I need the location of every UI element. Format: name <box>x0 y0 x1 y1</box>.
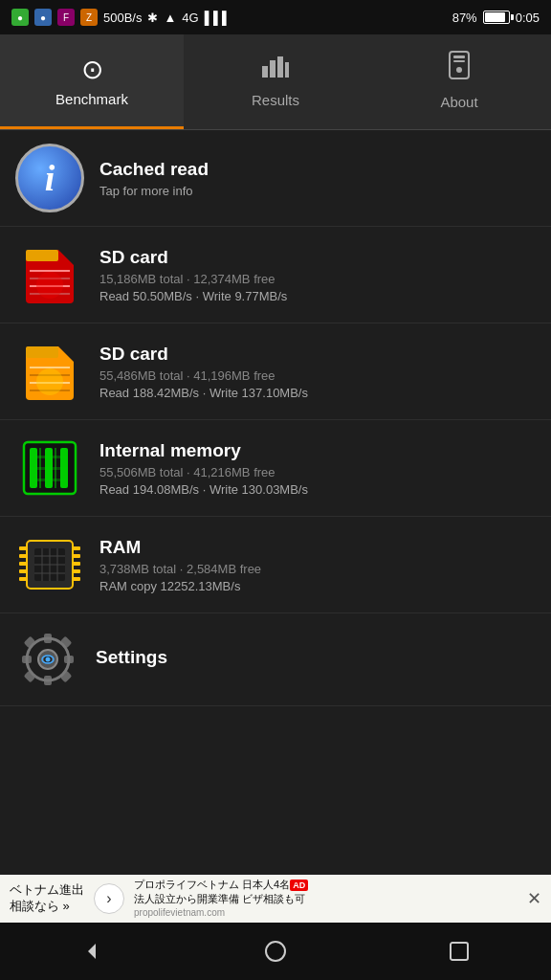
network-speed: 500B/s <box>103 11 142 25</box>
svg-rect-47 <box>73 554 80 558</box>
svg-rect-0 <box>262 66 268 78</box>
svg-rect-10 <box>26 250 58 261</box>
internal-memory-detail: Read 194.08MB/s · Write 130.03MB/s <box>99 482 536 497</box>
svg-point-54 <box>46 657 51 662</box>
sdcard1-item[interactable]: SD card 15,186MB total · 12,374MB free R… <box>0 227 551 323</box>
svg-rect-5 <box>453 56 465 58</box>
ad-domain: propolifevietnam.com <box>134 907 225 918</box>
info-icon: i <box>15 144 84 212</box>
benchmark-icon: ⊙ <box>81 54 103 85</box>
app-icon-3: F <box>57 9 75 26</box>
tab-results-label: Results <box>252 92 299 108</box>
svg-rect-1 <box>270 60 276 78</box>
ad-text-right: プロポライフベトナム 日本人4名AD 法人設立から開業準備 ビザ相談も可 pro… <box>134 878 514 919</box>
wifi-icon: ▲ <box>164 11 176 25</box>
bluetooth-icon: ✱ <box>147 11 158 25</box>
content-area: i Cached read Tap for more info <box>0 130 551 875</box>
cached-read-item[interactable]: i Cached read Tap for more info <box>0 130 551 227</box>
svg-rect-49 <box>73 569 80 573</box>
sdcard1-subtitle: 15,186MB total · 12,374MB free <box>99 272 536 286</box>
battery-icon <box>483 11 510 24</box>
ad-text-left: ベトナム進出相談なら » <box>10 882 84 915</box>
internal-memory-icon <box>15 434 84 502</box>
sdcard2-text: SD card 55,486MB total · 41,196MB free R… <box>99 344 536 400</box>
status-icons: ● ● F Z 500B/s ✱ ▲ 4G ▌▌▌ <box>11 9 231 26</box>
settings-icon <box>15 627 80 692</box>
status-bar: ● ● F Z 500B/s ✱ ▲ 4G ▌▌▌ 87% 0:05 <box>0 0 551 34</box>
app-icon-2: ● <box>34 9 52 26</box>
svg-rect-45 <box>19 577 27 581</box>
tab-benchmark-label: Benchmark <box>55 91 128 107</box>
svg-rect-30 <box>30 456 68 458</box>
ram-item[interactable]: RAM 3,738MB total · 2,584MB free RAM cop… <box>0 517 551 613</box>
results-icon <box>260 53 291 86</box>
ram-subtitle: 3,738MB total · 2,584MB free <box>99 562 536 576</box>
svg-rect-41 <box>19 546 27 550</box>
settings-item[interactable]: Settings <box>0 613 551 706</box>
nav-bar <box>0 923 551 980</box>
ad-banner: ベトナム進出相談なら » › プロポライフベトナム 日本人4名AD 法人設立から… <box>0 875 551 923</box>
svg-marker-64 <box>88 944 96 959</box>
sdcard2-detail: Read 188.42MB/s · Write 137.10MB/s <box>99 386 536 400</box>
ad-arrow-button[interactable]: › <box>94 883 124 914</box>
sdcard1-text: SD card 15,186MB total · 12,374MB free R… <box>99 247 536 303</box>
svg-rect-6 <box>453 60 465 62</box>
sdcard2-title: SD card <box>99 344 536 365</box>
svg-rect-43 <box>19 562 27 566</box>
signal-icon: ▌▌▌ <box>205 11 231 25</box>
app-icon-1: ● <box>11 9 29 26</box>
svg-point-65 <box>266 942 285 961</box>
svg-point-15 <box>36 272 63 299</box>
app-icon-4: Z <box>80 9 98 26</box>
sdcard1-title: SD card <box>99 247 536 268</box>
status-right: 87% 0:05 <box>452 11 540 25</box>
settings-text: Settings <box>96 647 536 672</box>
sdcard2-subtitle: 55,486MB total · 41,196MB free <box>99 368 536 383</box>
internal-memory-text: Internal memory 55,506MB total · 41,216M… <box>99 440 536 497</box>
internal-memory-subtitle: 55,506MB total · 41,216MB free <box>99 465 536 479</box>
ram-text: RAM 3,738MB total · 2,584MB free RAM cop… <box>99 537 536 593</box>
tab-about-label: About <box>440 94 477 110</box>
info-subtitle: Tap for more info <box>99 184 536 198</box>
svg-rect-44 <box>19 569 27 573</box>
svg-point-7 <box>456 67 462 73</box>
battery-percent: 87% <box>452 11 477 25</box>
svg-rect-66 <box>451 943 468 960</box>
sdcard2-item[interactable]: SD card 55,486MB total · 41,196MB free R… <box>0 323 551 420</box>
svg-rect-48 <box>73 562 80 566</box>
about-icon <box>446 51 473 88</box>
tab-bar: ⊙ Benchmark Results About <box>0 34 551 130</box>
internal-memory-title: Internal memory <box>99 440 536 461</box>
sdcard1-icon <box>15 240 84 309</box>
ad-badge: AD <box>290 880 308 891</box>
recent-apps-button[interactable] <box>435 927 483 975</box>
tab-benchmark[interactable]: ⊙ Benchmark <box>0 34 184 129</box>
svg-point-23 <box>36 368 63 395</box>
settings-label: Settings <box>96 647 536 668</box>
ram-detail: RAM copy 12252.13MB/s <box>99 579 536 593</box>
ad-close-button[interactable]: ✕ <box>527 888 541 909</box>
tab-results[interactable]: Results <box>184 34 367 129</box>
clock: 0:05 <box>516 11 540 25</box>
ram-title: RAM <box>99 537 536 558</box>
back-button[interactable] <box>68 927 116 975</box>
svg-rect-3 <box>285 62 289 78</box>
sdcard2-icon <box>15 337 84 406</box>
svg-rect-32 <box>30 479 68 481</box>
svg-rect-50 <box>73 577 80 581</box>
svg-rect-42 <box>19 554 27 558</box>
svg-rect-18 <box>26 346 58 358</box>
home-button[interactable] <box>252 927 299 975</box>
network-type: 4G <box>182 11 198 25</box>
internal-memory-item[interactable]: Internal memory 55,506MB total · 41,216M… <box>0 420 551 517</box>
info-text: Cached read Tap for more info <box>99 159 536 198</box>
ram-icon <box>15 530 84 599</box>
info-title: Cached read <box>99 159 536 180</box>
svg-rect-46 <box>73 546 80 550</box>
sdcard1-detail: Read 50.50MB/s · Write 9.77MB/s <box>99 289 536 303</box>
svg-rect-31 <box>30 467 68 470</box>
svg-rect-2 <box>277 56 283 78</box>
tab-about[interactable]: About <box>367 34 551 129</box>
